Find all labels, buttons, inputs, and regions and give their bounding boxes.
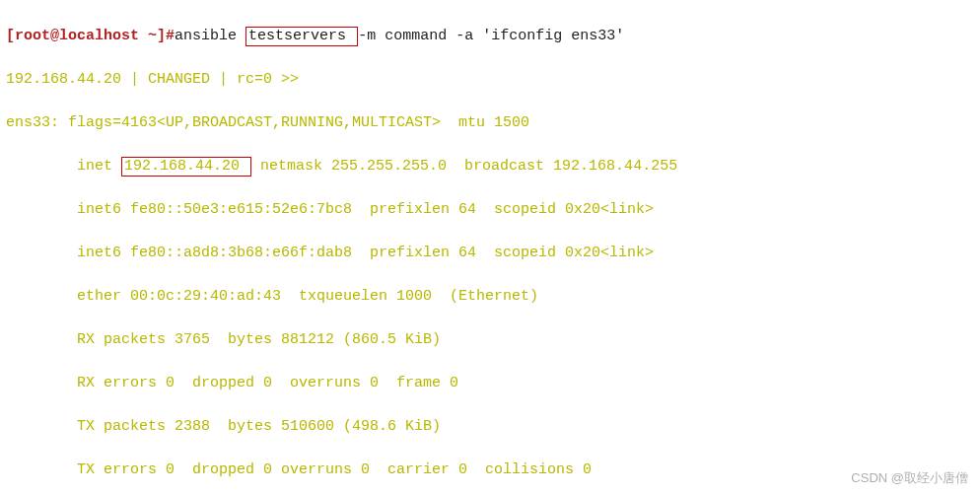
host1-inet-pre: inet	[6, 158, 121, 175]
host1-header: 192.168.44.20 | CHANGED | rc=0 >>	[6, 69, 974, 91]
prompt-userhost: root@localhost	[15, 28, 139, 44]
prompt-close: ]#	[157, 28, 175, 44]
host1-line-5: ether 00:0c:29:40:ad:43 txqueuelen 1000 …	[6, 286, 974, 308]
prompt-open: [	[6, 28, 15, 44]
highlight-ip-1: 192.168.44.20	[121, 157, 251, 177]
host1-inet-line: inet 192.168.44.20 netmask 255.255.255.0…	[6, 156, 974, 177]
host1-line-7: RX errors 0 dropped 0 overruns 0 frame 0	[6, 373, 974, 394]
highlight-target-group: testservers	[245, 27, 358, 46]
host1-line-8: TX packets 2388 bytes 510600 (498.6 KiB)	[6, 416, 974, 438]
host1-inet-post: netmask 255.255.255.0 broadcast 192.168.…	[251, 158, 677, 175]
prompt-path: ~	[139, 28, 157, 44]
host1-line-9: TX errors 0 dropped 0 overruns 0 carrier…	[6, 460, 974, 481]
host1-line-6: RX packets 3765 bytes 881212 (860.5 KiB)	[6, 329, 974, 351]
terminal[interactable]: [root@localhost ~]#ansible testservers -…	[0, 0, 980, 495]
host1-iface: ens33: flags=4163<UP,BROADCAST,RUNNING,M…	[6, 112, 974, 134]
watermark: CSDN @取经小唐僧	[851, 467, 968, 489]
host1-line-3: inet6 fe80::50e3:e615:52e6:7bc8 prefixle…	[6, 199, 974, 221]
host1-line-4: inet6 fe80::a8d8:3b68:e66f:dab8 prefixle…	[6, 243, 974, 264]
cmd-pre: ansible	[175, 28, 245, 44]
cmd-post: -m command -a 'ifconfig ens33'	[358, 28, 624, 44]
prompt-line-1: [root@localhost ~]#ansible testservers -…	[6, 26, 974, 47]
